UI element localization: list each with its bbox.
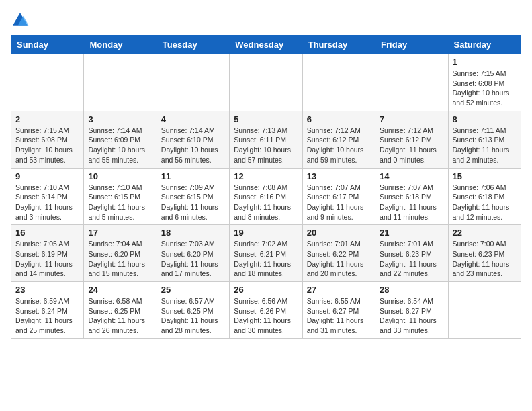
day-info: Sunrise: 7:11 AM Sunset: 6:13 PM Dayligh… [453, 126, 517, 165]
calendar-week-3: 9Sunrise: 7:10 AM Sunset: 6:14 PM Daylig… [11, 168, 521, 225]
calendar-cell: 12Sunrise: 7:08 AM Sunset: 6:16 PM Dayli… [230, 168, 302, 225]
day-info: Sunrise: 6:58 AM Sunset: 6:25 PM Dayligh… [88, 296, 152, 336]
calendar-header-row: SundayMondayTuesdayWednesdayThursdayFrid… [11, 36, 521, 54]
day-number: 11 [161, 171, 225, 181]
day-number: 22 [453, 228, 517, 238]
day-number: 6 [307, 114, 371, 124]
day-info: Sunrise: 6:57 AM Sunset: 6:25 PM Dayligh… [161, 296, 225, 336]
calendar-cell [302, 54, 375, 111]
calendar-cell: 19Sunrise: 7:02 AM Sunset: 6:21 PM Dayli… [230, 225, 302, 282]
day-info: Sunrise: 7:12 AM Sunset: 6:12 PM Dayligh… [307, 126, 371, 165]
day-number: 26 [234, 285, 298, 295]
day-number: 5 [234, 114, 298, 124]
calendar-week-1: 1Sunrise: 7:15 AM Sunset: 6:08 PM Daylig… [11, 54, 521, 111]
calendar-cell: 16Sunrise: 7:05 AM Sunset: 6:19 PM Dayli… [11, 225, 84, 282]
day-number: 25 [161, 285, 225, 295]
day-number: 9 [15, 171, 79, 181]
day-info: Sunrise: 7:15 AM Sunset: 6:08 PM Dayligh… [453, 68, 517, 108]
calendar-cell: 4Sunrise: 7:14 AM Sunset: 6:10 PM Daylig… [157, 111, 229, 168]
day-info: Sunrise: 7:04 AM Sunset: 6:20 PM Dayligh… [88, 239, 152, 279]
day-number: 17 [88, 228, 152, 238]
day-info: Sunrise: 7:07 AM Sunset: 6:18 PM Dayligh… [380, 183, 443, 222]
day-info: Sunrise: 7:02 AM Sunset: 6:21 PM Dayligh… [234, 239, 298, 279]
calendar-header-monday: Monday [84, 36, 157, 54]
calendar-cell: 18Sunrise: 7:03 AM Sunset: 6:20 PM Dayli… [157, 225, 229, 282]
day-info: Sunrise: 7:12 AM Sunset: 6:12 PM Dayligh… [380, 126, 443, 165]
calendar-cell: 27Sunrise: 6:55 AM Sunset: 6:27 PM Dayli… [302, 282, 375, 339]
calendar-cell: 11Sunrise: 7:09 AM Sunset: 6:15 PM Dayli… [157, 168, 229, 225]
day-number: 8 [453, 114, 517, 124]
calendar-header-saturday: Saturday [448, 36, 521, 54]
day-number: 2 [15, 114, 79, 124]
day-number: 18 [161, 228, 225, 238]
day-info: Sunrise: 7:13 AM Sunset: 6:11 PM Dayligh… [234, 126, 298, 165]
day-number: 12 [234, 171, 298, 181]
calendar-cell: 7Sunrise: 7:12 AM Sunset: 6:12 PM Daylig… [375, 111, 448, 168]
day-number: 1 [453, 57, 517, 67]
calendar-cell: 1Sunrise: 7:15 AM Sunset: 6:08 PM Daylig… [448, 54, 521, 111]
calendar-cell [375, 54, 448, 111]
day-info: Sunrise: 6:59 AM Sunset: 6:24 PM Dayligh… [15, 296, 79, 336]
calendar-cell: 10Sunrise: 7:10 AM Sunset: 6:15 PM Dayli… [84, 168, 157, 225]
day-number: 14 [380, 171, 443, 181]
calendar-cell: 21Sunrise: 7:01 AM Sunset: 6:23 PM Dayli… [375, 225, 448, 282]
calendar-cell: 23Sunrise: 6:59 AM Sunset: 6:24 PM Dayli… [11, 282, 84, 339]
page-header [11, 11, 521, 30]
calendar-cell: 3Sunrise: 7:14 AM Sunset: 6:09 PM Daylig… [84, 111, 157, 168]
day-info: Sunrise: 7:14 AM Sunset: 6:10 PM Dayligh… [161, 126, 225, 165]
day-info: Sunrise: 7:08 AM Sunset: 6:16 PM Dayligh… [234, 183, 298, 222]
day-info: Sunrise: 7:00 AM Sunset: 6:23 PM Dayligh… [453, 239, 517, 279]
calendar-cell: 6Sunrise: 7:12 AM Sunset: 6:12 PM Daylig… [302, 111, 375, 168]
day-number: 28 [380, 285, 443, 295]
calendar-cell: 13Sunrise: 7:07 AM Sunset: 6:17 PM Dayli… [302, 168, 375, 225]
calendar-header-sunday: Sunday [11, 36, 84, 54]
day-number: 3 [88, 114, 152, 124]
calendar-cell: 17Sunrise: 7:04 AM Sunset: 6:20 PM Dayli… [84, 225, 157, 282]
calendar-week-2: 2Sunrise: 7:15 AM Sunset: 6:08 PM Daylig… [11, 111, 521, 168]
calendar-cell: 9Sunrise: 7:10 AM Sunset: 6:14 PM Daylig… [11, 168, 84, 225]
calendar-cell: 5Sunrise: 7:13 AM Sunset: 6:11 PM Daylig… [230, 111, 302, 168]
day-number: 27 [307, 285, 371, 295]
calendar-cell: 22Sunrise: 7:00 AM Sunset: 6:23 PM Dayli… [448, 225, 521, 282]
calendar-cell: 26Sunrise: 6:56 AM Sunset: 6:26 PM Dayli… [230, 282, 302, 339]
day-info: Sunrise: 7:05 AM Sunset: 6:19 PM Dayligh… [15, 239, 79, 279]
day-number: 19 [234, 228, 298, 238]
logo [11, 11, 32, 30]
day-number: 15 [453, 171, 517, 181]
day-info: Sunrise: 6:55 AM Sunset: 6:27 PM Dayligh… [307, 296, 371, 336]
calendar-week-5: 23Sunrise: 6:59 AM Sunset: 6:24 PM Dayli… [11, 282, 521, 339]
calendar-cell: 15Sunrise: 7:06 AM Sunset: 6:18 PM Dayli… [448, 168, 521, 225]
day-info: Sunrise: 7:14 AM Sunset: 6:09 PM Dayligh… [88, 126, 152, 165]
day-number: 10 [88, 171, 152, 181]
day-info: Sunrise: 7:03 AM Sunset: 6:20 PM Dayligh… [161, 239, 225, 279]
calendar-table: SundayMondayTuesdayWednesdayThursdayFrid… [11, 35, 521, 339]
calendar-cell [448, 282, 521, 339]
day-info: Sunrise: 7:09 AM Sunset: 6:15 PM Dayligh… [161, 183, 225, 222]
day-number: 23 [15, 285, 79, 295]
day-info: Sunrise: 7:10 AM Sunset: 6:14 PM Dayligh… [15, 183, 79, 222]
day-info: Sunrise: 7:07 AM Sunset: 6:17 PM Dayligh… [307, 183, 371, 222]
day-info: Sunrise: 6:56 AM Sunset: 6:26 PM Dayligh… [234, 296, 298, 336]
day-info: Sunrise: 7:06 AM Sunset: 6:18 PM Dayligh… [453, 183, 517, 222]
day-number: 20 [307, 228, 371, 238]
calendar-cell: 2Sunrise: 7:15 AM Sunset: 6:08 PM Daylig… [11, 111, 84, 168]
calendar-cell: 8Sunrise: 7:11 AM Sunset: 6:13 PM Daylig… [448, 111, 521, 168]
calendar-cell: 14Sunrise: 7:07 AM Sunset: 6:18 PM Dayli… [375, 168, 448, 225]
calendar-header-tuesday: Tuesday [157, 36, 229, 54]
logo-icon [11, 11, 30, 30]
day-number: 4 [161, 114, 225, 124]
calendar-cell [230, 54, 302, 111]
day-info: Sunrise: 7:15 AM Sunset: 6:08 PM Dayligh… [15, 126, 79, 165]
calendar-cell [84, 54, 157, 111]
calendar-cell: 28Sunrise: 6:54 AM Sunset: 6:27 PM Dayli… [375, 282, 448, 339]
day-number: 16 [15, 228, 79, 238]
day-info: Sunrise: 7:01 AM Sunset: 6:22 PM Dayligh… [307, 239, 371, 279]
day-number: 13 [307, 171, 371, 181]
calendar-cell: 25Sunrise: 6:57 AM Sunset: 6:25 PM Dayli… [157, 282, 229, 339]
calendar-cell [11, 54, 84, 111]
day-number: 7 [380, 114, 443, 124]
day-info: Sunrise: 7:01 AM Sunset: 6:23 PM Dayligh… [380, 239, 443, 279]
calendar-cell [157, 54, 229, 111]
calendar-week-4: 16Sunrise: 7:05 AM Sunset: 6:19 PM Dayli… [11, 225, 521, 282]
day-info: Sunrise: 6:54 AM Sunset: 6:27 PM Dayligh… [380, 296, 443, 336]
